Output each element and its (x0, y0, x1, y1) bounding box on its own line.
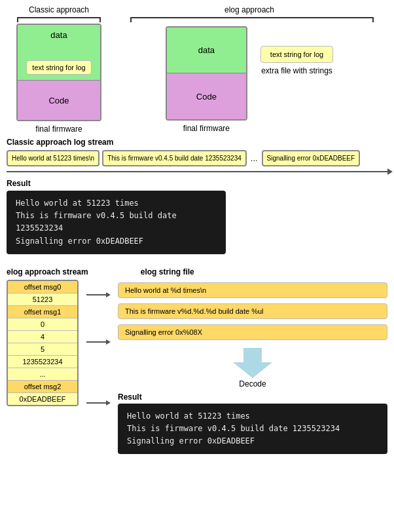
elog-approach-block: elog approach data Code final firmware t… (111, 5, 387, 134)
decode-label: Decode (239, 379, 266, 389)
classic-text-string-badge: text string for log (26, 60, 91, 75)
string-item-2: Signalling error 0x%08X (118, 324, 387, 340)
stream-table: offset msg0 51223 offset msg1 0 4 5 1235… (7, 280, 79, 406)
result-label: Result (7, 179, 387, 188)
elog-approach-label: elog approach (224, 5, 274, 14)
string-item-0: Hello world at %d times\n (118, 282, 387, 298)
classic-firmware-box: data text string for log Code (16, 24, 101, 121)
elog-data-layer: data (167, 28, 246, 73)
bottom-result-line-2: Signalling error 0xDEADBEEF (127, 435, 378, 447)
cell-1235523234: 1235523234 (8, 356, 77, 368)
bottom-result-line-0: Hello world at 51223 times (127, 410, 378, 423)
arrow-line (7, 171, 387, 172)
stream-cell-2: Signalling error 0xDEADBEEF (262, 150, 361, 166)
arrow-body (243, 348, 262, 362)
classic-firmware-label: final firmware (35, 124, 82, 134)
elog-stream-body: offset msg0 51223 offset msg1 0 4 5 1235… (7, 280, 387, 455)
stream-table-col: offset msg0 51223 offset msg1 0 4 5 1235… (7, 280, 79, 406)
arrow-head-1 (106, 339, 111, 345)
elog-code-layer: Code (167, 73, 246, 119)
arrow-connector-1 (86, 339, 111, 345)
cell-5: 5 (8, 343, 77, 356)
cell-0: 0 (8, 318, 77, 331)
elog-stream-headers: elog approach stream elog string file (7, 267, 387, 280)
classic-code-layer: Code (18, 81, 100, 120)
classic-data-label: data (50, 30, 67, 40)
classic-approach-label: Classic approach (29, 5, 89, 14)
ellipsis: ... (249, 153, 259, 163)
elog-string-file-label: elog string file (141, 267, 194, 276)
arrow-head (387, 168, 393, 175)
result-line-2: Signalling error 0xDEADBEEF (16, 235, 217, 248)
classic-approach-block: Classic approach data text string for lo… (7, 5, 111, 134)
bottom-result-section: Result Hello world at 51223 times This i… (118, 392, 387, 455)
cell-offset-msg1: offset msg1 (8, 306, 77, 318)
elog-code-label: Code (196, 92, 217, 102)
cell-dots: ... (8, 368, 77, 381)
stream-row: Hello world at 51223 times\n This is fir… (7, 150, 387, 166)
right-col: Hello world at %d times\n This is firmwa… (118, 280, 387, 455)
arrow-down-head (233, 362, 272, 378)
arrow-head-0 (106, 292, 111, 297)
arrow-h-line-2 (86, 402, 106, 404)
arrow-head-2 (106, 400, 111, 406)
extra-file-container: text string for log extra file with stri… (260, 46, 333, 75)
stream-arrow (7, 168, 393, 175)
elog-left: data Code final firmware (166, 26, 247, 133)
elog-brace (130, 17, 373, 22)
result-box: Hello world at 51223 times This is firmw… (7, 191, 226, 254)
elog-stream-label: elog approach stream (7, 267, 88, 276)
log-stream-section: Classic approach log stream Hello world … (0, 134, 394, 175)
bottom-result-label: Result (118, 392, 387, 402)
elog-extra-file-box: text string for log (260, 46, 333, 63)
classic-data-layer: data text string for log (18, 25, 100, 81)
arrow-connectors (79, 280, 118, 411)
decode-arrow-container (233, 348, 272, 378)
arrow-h-line-1 (86, 341, 106, 343)
cell-offset-msg2: offset msg2 (8, 381, 77, 393)
cell-51223: 51223 (8, 294, 77, 306)
cell-deadbeef: 0xDEADBEEF (8, 393, 77, 405)
vert-line-container (98, 280, 99, 411)
elog-firmware-label: final firmware (183, 124, 230, 133)
classic-code-label: Code (48, 96, 69, 105)
cell-4: 4 (8, 331, 77, 343)
bottom-result-line-1: This is firmware v0.4.5 build date 12355… (127, 423, 378, 435)
stream-cell-0: Hello world at 51223 times\n (7, 150, 99, 166)
arrow-h-line-0 (86, 294, 106, 295)
elog-stream-section: elog approach stream elog string file of… (0, 262, 394, 455)
arrow-connector-2 (86, 400, 111, 406)
result-line-1: This is firmware v0.4.5 build date 12355… (16, 210, 217, 235)
result-line-0: Hello world at 51223 times (16, 197, 217, 210)
cell-offset-msg0: offset msg0 (8, 281, 77, 294)
elog-data-label: data (198, 45, 215, 55)
elog-extra-label: extra file with strings (261, 66, 332, 75)
bottom-result-box: Hello world at 51223 times This is firmw… (118, 404, 387, 455)
decode-section: Decode (118, 348, 387, 389)
stream-cell-1: This is firmware v0.4.5 build date 12355… (102, 150, 247, 166)
log-stream-label: Classic approach log stream (7, 138, 387, 147)
arrow-connector-0 (86, 292, 111, 297)
classic-brace (17, 17, 101, 22)
string-item-1: This is firmware v%d.%d.%d build date %u… (118, 303, 387, 319)
result-section: Result Hello world at 51223 times This i… (0, 176, 394, 258)
elog-firmware-box: data Code (166, 26, 247, 121)
top-section: Classic approach data text string for lo… (0, 0, 394, 134)
elog-inner: data Code final firmware text string for… (166, 26, 333, 133)
string-items: Hello world at %d times\n This is firmwa… (118, 282, 387, 340)
